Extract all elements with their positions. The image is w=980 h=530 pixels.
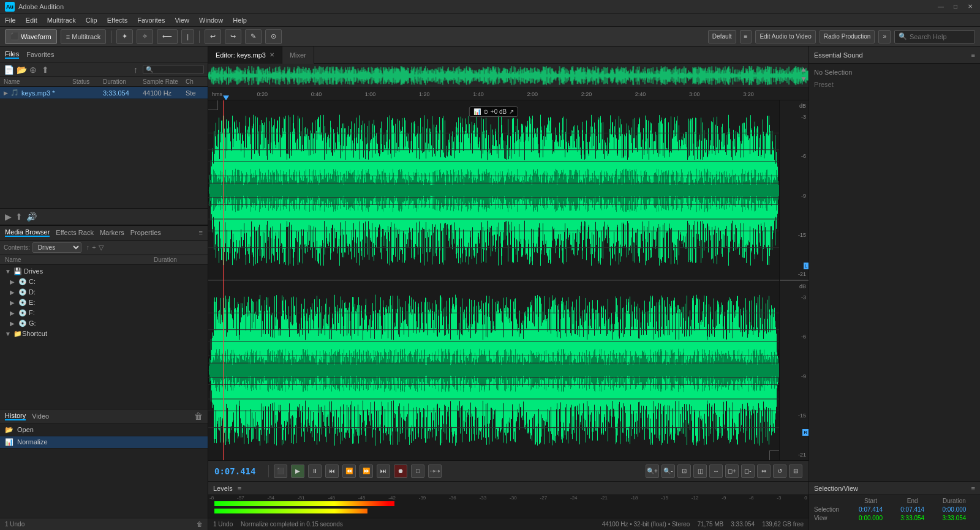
table-row[interactable]: ▶ 🎵 keys.mp3 * 3:33.054 44100 Hz Ste (0, 87, 208, 99)
waveform-overview[interactable]: ▲ ▼ (208, 64, 809, 88)
insert-button[interactable]: ⬆ (15, 212, 23, 222)
navigate-up-button[interactable]: ↑ (86, 244, 90, 251)
zoom-full[interactable]: ⇔ (757, 465, 771, 478)
sel-view-menu[interactable]: ≡ (971, 485, 975, 492)
overview-zoom-out[interactable]: ▼ (800, 75, 807, 83)
sv-header-row: Start End Duration (814, 498, 975, 504)
tab-video[interactable]: Video (32, 412, 49, 420)
new-file-button[interactable]: 📄 (4, 65, 14, 75)
brush-button[interactable]: ⊙ (265, 29, 282, 44)
tab-media-browser[interactable]: Media Browser (5, 228, 50, 237)
zoom-h-out[interactable]: ◻- (741, 465, 755, 478)
essential-sound-menu[interactable]: ≡ (971, 51, 975, 59)
step-fwd-button[interactable]: ⏩ (360, 465, 373, 478)
toolbar-tool-3[interactable]: ⟵ (157, 29, 178, 44)
to-start-button[interactable]: ⏮ (325, 465, 339, 478)
sv-sel-end[interactable]: 0:07.414 (892, 506, 933, 513)
toolbar-tool-1[interactable]: ✦ (116, 29, 133, 44)
minimize-button[interactable]: — (936, 3, 946, 10)
tab-editor-keys[interactable]: Editor: keys.mp3 ✕ (208, 47, 282, 64)
menu-effects[interactable]: Effects (107, 17, 127, 24)
close-file-button[interactable]: ⊕ (29, 65, 37, 75)
redo-button[interactable]: ↪ (225, 29, 241, 44)
close-button[interactable]: ✕ (965, 3, 975, 10)
workspace-menu-button[interactable]: ≡ (740, 30, 752, 43)
loop-button[interactable]: □ (411, 465, 424, 478)
panel-menu-button[interactable]: ≡ (199, 229, 203, 236)
zoom-out-button[interactable]: 🔍- (662, 465, 675, 478)
open-file-button[interactable]: 📂 (17, 65, 27, 75)
search-input[interactable] (910, 33, 971, 40)
menu-help[interactable]: Help (233, 17, 247, 24)
skip-silence-button[interactable]: ⇢⇢ (428, 465, 442, 478)
pause-button[interactable]: ⏸ (308, 465, 322, 478)
levels-menu-icon[interactable]: ≡ (238, 485, 241, 492)
stop-button[interactable]: ⬛ (274, 465, 287, 478)
list-item[interactable]: 📊 Normalize (0, 436, 208, 449)
menu-file[interactable]: File (5, 17, 16, 24)
multitrack-mode-button[interactable]: ≡ Multitrack (61, 29, 106, 44)
autoplay-button[interactable]: 🔊 (26, 212, 37, 222)
edit-audio-video-button[interactable]: Edit Audio to Video (755, 30, 815, 43)
sv-view-end[interactable]: 3:33.054 (892, 515, 933, 521)
waveform-area[interactable]: 📊 ⊙ +0 dB ↗ dB -3 -6 - (208, 100, 809, 460)
tree-item-e[interactable]: ▶ 💿 E: (0, 297, 208, 308)
step-back-button[interactable]: ⏪ (342, 465, 356, 478)
toolbar-tool-2[interactable]: ✧ (137, 29, 153, 44)
history-clear-button[interactable]: 🗑 (194, 411, 203, 421)
tree-item-shortcut[interactable]: ▼ 📁 Shortcut (0, 329, 208, 339)
window-controls[interactable]: — □ ✕ (936, 3, 975, 10)
menu-edit[interactable]: Edit (26, 17, 37, 24)
zoom-tool-1[interactable]: ◫ (693, 465, 707, 478)
filter-button[interactable]: ▽ (99, 244, 104, 252)
zoom-in-button[interactable]: 🔍+ (646, 465, 659, 478)
pencil-button[interactable]: ✎ (245, 29, 262, 44)
clear-history-icon[interactable]: 🗑 (197, 521, 203, 528)
file-options-button[interactable]: ↑ (134, 65, 138, 75)
gain-expand-icon[interactable]: ↗ (509, 108, 514, 115)
menu-clip[interactable]: Clip (86, 17, 97, 24)
contents-select[interactable]: Drives (32, 242, 81, 253)
save-file-button[interactable]: ⬆ (42, 65, 49, 75)
list-item[interactable]: 📂 Open (0, 424, 208, 436)
toolbar-tool-4[interactable]: | (181, 29, 194, 44)
editor-tab-close[interactable]: ✕ (270, 51, 274, 58)
zoom-reset[interactable]: ↺ (773, 465, 786, 478)
more-workspaces-button[interactable]: » (878, 30, 891, 43)
undo-button[interactable]: ↩ (205, 29, 221, 44)
zoom-selection-button[interactable]: ⊡ (677, 465, 691, 478)
to-end-button[interactable]: ⏭ (377, 465, 390, 478)
play-button[interactable]: ▶ (291, 465, 304, 478)
sv-sel-start[interactable]: 0:07.414 (850, 506, 891, 513)
tab-history[interactable]: History (5, 412, 26, 420)
maximize-button[interactable]: □ (951, 3, 960, 10)
tree-item-c[interactable]: ▶ 💿 C: (0, 277, 208, 287)
menu-window[interactable]: Window (199, 17, 223, 24)
sv-view-start[interactable]: 0:00.000 (850, 515, 891, 521)
waveform-mode-button[interactable]: ⬛ Waveform (5, 29, 57, 44)
overview-zoom-in[interactable]: ▲ (800, 65, 807, 73)
sv-sel-duration[interactable]: 0:00.000 (933, 506, 975, 513)
menu-favorites[interactable]: Favorites (137, 17, 165, 24)
menu-view[interactable]: View (175, 17, 189, 24)
zoom-extra[interactable]: ⊟ (789, 465, 802, 478)
zoom-tool-2[interactable]: ↔ (709, 465, 723, 478)
tree-item-d[interactable]: ▶ 💿 D: (0, 287, 208, 297)
sv-view-duration[interactable]: 3:33.054 (933, 515, 975, 521)
radio-production-button[interactable]: Radio Production (820, 30, 875, 43)
tab-files[interactable]: Files (5, 50, 19, 59)
tree-item-g[interactable]: ▶ 💿 G: (0, 318, 208, 329)
tab-mixer[interactable]: Mixer (282, 47, 314, 64)
menu-multitrack[interactable]: Multitrack (47, 17, 76, 24)
zoom-h-in[interactable]: ◻+ (725, 465, 739, 478)
tab-properties[interactable]: Properties (130, 229, 161, 236)
tree-item-f[interactable]: ▶ 💿 F: (0, 308, 208, 318)
workspace-default-button[interactable]: Default (708, 30, 736, 43)
tab-favorites[interactable]: Favorites (26, 51, 54, 58)
tab-markers[interactable]: Markers (100, 229, 124, 236)
add-shortcut-button[interactable]: + (92, 244, 96, 251)
tree-item-drives[interactable]: ▼ 💾 Drives (0, 266, 208, 277)
tab-effects-rack[interactable]: Effects Rack (56, 229, 94, 236)
play-file-button[interactable]: ▶ (5, 212, 12, 222)
record-button[interactable]: ⏺ (394, 465, 407, 478)
